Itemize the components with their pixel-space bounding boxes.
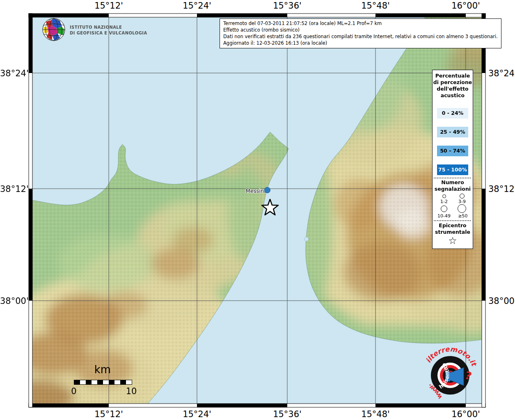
axis-label-top-1: 15°12' [90, 1, 127, 11]
scale-min-label: 0 [71, 386, 77, 396]
legend-epicenter-line2: strumentale [433, 229, 473, 235]
legend-class-25-49: 25 - 49% [437, 127, 468, 137]
epicenter-star-icon [260, 198, 280, 218]
legend-title-line3: dell'effetto [433, 86, 473, 92]
event-info-line1: Terremoto del 07-03-2011 21:07:52 (ora l… [223, 20, 498, 27]
report-bin-label-2: 3-9 [454, 199, 470, 204]
legend-class-50-74: 50 - 74% [437, 146, 468, 156]
axis-label-bottom-2: 15°24' [179, 409, 215, 419]
axis-label-top-3: 15°36' [269, 1, 306, 11]
report-dot-messina [264, 187, 270, 193]
ingv-name-line2: DI GEOFISICA E VULCANOLOGIA [70, 30, 147, 36]
legend-reports-title-line1: Numero [433, 179, 473, 185]
ingv-name-line1: ISTITUTO NAZIONALE [70, 25, 147, 30]
ingv-name: ISTITUTO NAZIONALE DI GEOFISICA E VULCAN… [70, 25, 147, 36]
axis-label-bottom-3: 15°36' [269, 409, 306, 419]
legend-separator-1 [434, 178, 471, 178]
legend-title-line4: acustico [433, 92, 473, 98]
report-size-icon-10-49 [441, 205, 447, 212]
legend-title-line2: di percezione [433, 79, 473, 85]
event-info-line2: Effetto acustico (rombo sismico) [223, 27, 498, 33]
axis-label-right-2: 38°12' [488, 184, 515, 194]
event-info-line4: Aggiornato il: 12-03-2026 16:13 (ora loc… [223, 40, 498, 46]
axis-label-bottom-5: 16°00' [447, 409, 484, 419]
macroseismic-map-page: ? ilterremoto.it haisentito www. [0, 0, 515, 420]
event-info-line3: Dati non verificati estratti da 236 ques… [223, 33, 498, 40]
axis-label-bottom-4: 15°48' [357, 409, 394, 419]
ingv-logo-icon [40, 16, 67, 43]
axis-label-top-2: 15°24' [179, 1, 215, 11]
legend-epicenter-star-icon: ☆ [433, 235, 473, 247]
legend-class-75-100: 75 - 100% [437, 164, 468, 175]
legend-class-0-24: 0 - 24% [437, 108, 468, 119]
coastal-lake [304, 237, 309, 241]
scale-max-label: 10 [126, 386, 137, 396]
report-bin-label-4: ≥50 [455, 213, 471, 219]
legend-title-line1: Percentuale [433, 73, 473, 79]
report-size-icon-1-2 [442, 194, 446, 198]
axis-label-bottom-1: 15°12' [90, 409, 127, 419]
axis-label-top-5: 16°00' [447, 1, 484, 11]
report-size-icon-3-9 [460, 194, 465, 199]
legend-panel: Percentuale di percezione dell'effetto a… [432, 70, 473, 249]
axis-label-left-2: 38°12' [0, 184, 26, 194]
axis-label-right-3: 38°00' [488, 296, 515, 306]
scale-unit-label: km [82, 363, 123, 376]
report-bin-label-3: 10-49 [435, 213, 453, 219]
event-info-box: Terremoto del 07-03-2011 21:07:52 (ora l… [220, 18, 501, 48]
legend-epicenter-line1: Epicentro [433, 222, 473, 228]
axis-label-top-4: 15°48' [357, 1, 394, 11]
axis-label-right-1: 38°24' [488, 68, 515, 78]
report-bin-label-1: 1-2 [436, 199, 452, 204]
report-size-icon-50plus [458, 204, 466, 213]
axis-label-left-1: 38°24' [0, 68, 26, 78]
legend-reports-title-line2: segnalazioni [433, 186, 473, 192]
axis-label-left-3: 38°00' [0, 296, 26, 306]
legend-separator-2 [434, 220, 471, 221]
scale-bar [74, 380, 132, 385]
